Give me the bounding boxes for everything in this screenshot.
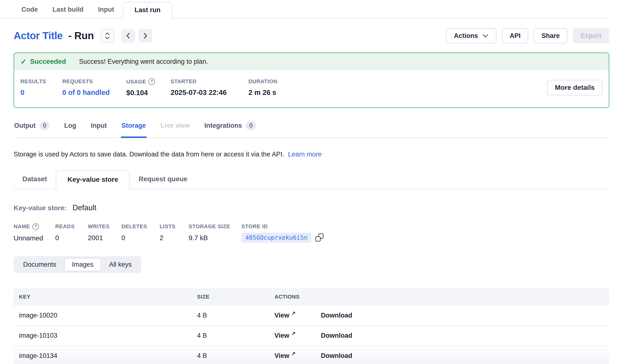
success-banner: ✓ Succeeded Success! Everything went acc… (14, 53, 609, 70)
table-row: image-10134 4 B View ↗ Download (14, 346, 609, 364)
tab-input[interactable]: Input (91, 1, 121, 18)
chevron-down-icon (482, 34, 489, 38)
table-row: image-10020 4 B View ↗ Download (14, 306, 609, 326)
store-stat-name-label: NAME ? (14, 223, 55, 230)
store-stat-lists-label: LISTS (160, 223, 189, 230)
stat-duration: DURATION 2 m 26 s (248, 78, 277, 97)
row-key: image-10103 (14, 332, 197, 339)
store-stat-writes: WRITES 2001 (88, 223, 121, 243)
share-button[interactable]: Share (534, 28, 567, 43)
store-name-label: Key-value store: (14, 204, 67, 212)
tab-storage[interactable]: Storage (121, 114, 146, 138)
tab-code[interactable]: Code (14, 1, 45, 18)
top-tab-bar: Code Last build Input Last run (0, 0, 609, 18)
chevron-right-icon (143, 32, 148, 39)
stat-results-value[interactable]: 0 (20, 89, 62, 97)
run-stats-row: RESULTS 0 REQUESTS 0 of 0 handled USAGE … (14, 70, 609, 108)
store-stat-deletes-label: DELETES (121, 223, 160, 230)
stat-requests-value[interactable]: 0 of 0 handled (62, 89, 126, 97)
title-row: Actor Title - Run (14, 28, 609, 43)
filter-all-keys[interactable]: All keys (101, 258, 140, 271)
download-link[interactable]: Download (321, 352, 352, 360)
column-header-size: SIZE (197, 294, 270, 300)
store-name-value: Default (72, 203, 96, 212)
view-link-label: View (274, 332, 289, 339)
table-row: image-10103 4 B View ↗ Download (14, 326, 609, 346)
store-stat-reads: READS 0 (55, 223, 88, 243)
key-filter-segmented-control: Documents Images All keys (14, 256, 141, 273)
check-icon: ✓ (20, 57, 27, 66)
tab-last-run[interactable]: Last run (123, 2, 172, 18)
view-link[interactable]: View ↗ (274, 352, 296, 360)
view-link[interactable]: View ↗ (274, 312, 296, 319)
up-down-chevrons-icon (104, 32, 110, 40)
status-badge: Succeeded (30, 58, 66, 65)
tab-live-view: Live view (160, 114, 190, 138)
stat-usage-value: $0.104 (126, 89, 170, 97)
learn-more-link[interactable]: Learn more (288, 151, 322, 158)
keys-table: KEY SIZE ACTIONS image-10020 4 B View ↗ … (14, 288, 609, 364)
row-size: 4 B (197, 332, 270, 339)
stat-requests-label: REQUESTS (62, 78, 126, 85)
store-stat-deletes: DELETES 0 (121, 223, 160, 243)
view-link[interactable]: View ↗ (274, 332, 296, 339)
store-stat-store-id: STORE ID 405GQcuprxeku6i5n (241, 223, 324, 243)
output-count-badge: 0 (39, 121, 49, 130)
view-link-label: View (274, 352, 289, 360)
external-link-icon: ↗ (291, 310, 296, 316)
usage-help-icon[interactable]: ? (148, 78, 155, 85)
next-run-button[interactable] (139, 29, 152, 42)
actions-button[interactable]: Actions (446, 28, 496, 43)
tab-dataset[interactable]: Dataset (14, 169, 56, 189)
row-key: image-10134 (14, 352, 197, 360)
storage-type-tab-bar: Dataset Key-value store Request queue (14, 168, 609, 189)
stat-results-label: RESULTS (20, 78, 62, 85)
api-button[interactable]: API (502, 28, 528, 43)
tab-log[interactable]: Log (64, 114, 77, 138)
tab-output[interactable]: Output 0 (14, 114, 50, 138)
run-status-card: ✓ Succeeded Success! Everything went acc… (14, 53, 609, 108)
stat-usage-label-text: USAGE (126, 79, 146, 85)
external-link-icon: ↗ (291, 330, 296, 336)
column-header-actions: ACTIONS (270, 294, 299, 300)
tab-run-input[interactable]: Input (90, 114, 107, 138)
download-link[interactable]: Download (321, 312, 352, 319)
download-link[interactable]: Download (321, 332, 352, 339)
store-name-row: Key-value store: Default (14, 203, 609, 212)
page-title: Actor Title - Run (14, 30, 94, 42)
copy-icon[interactable] (315, 233, 324, 242)
row-size: 4 B (197, 352, 270, 360)
row-key: image-10020 (14, 312, 197, 319)
store-stat-writes-value: 2001 (88, 234, 121, 242)
tab-request-queue[interactable]: Request queue (130, 169, 196, 189)
stat-started: STARTED 2025-07-03 22:46 (170, 78, 248, 97)
store-stat-store-id-label: STORE ID (241, 223, 324, 230)
stat-usage: USAGE ? $0.104 (126, 78, 170, 97)
name-help-icon[interactable]: ? (32, 223, 39, 230)
chevron-left-icon (126, 32, 131, 39)
stat-started-value: 2025-07-03 22:46 (170, 89, 248, 97)
status-message: Success! Everything went according to pl… (79, 58, 208, 65)
row-size: 4 B (197, 312, 270, 319)
filter-images[interactable]: Images (64, 258, 101, 271)
table-header-row: KEY SIZE ACTIONS (14, 288, 609, 306)
run-tab-bar: Output 0 Log Input Storage Live view Int… (14, 114, 609, 138)
filter-documents[interactable]: Documents (15, 258, 64, 271)
store-id-value[interactable]: 405GQcuprxeku6i5n (241, 233, 311, 243)
tab-last-build[interactable]: Last build (45, 1, 91, 18)
actor-title-link[interactable]: Actor Title (14, 30, 63, 41)
tab-key-value-store[interactable]: Key-value store (56, 170, 130, 189)
store-stat-reads-value: 0 (55, 234, 88, 242)
store-stat-name-label-text: NAME (14, 223, 30, 230)
more-details-button[interactable]: More details (547, 80, 603, 95)
stat-duration-value: 2 m 26 s (248, 89, 277, 97)
store-stat-name: NAME ? Unnamed (14, 223, 55, 243)
store-stat-name-value: Unnamed (14, 234, 55, 242)
previous-run-button[interactable] (121, 29, 135, 42)
tab-integrations[interactable]: Integrations 0 (204, 114, 256, 138)
store-stat-storage-size-label: STORAGE SIZE (189, 223, 241, 230)
integrations-count-badge: 0 (246, 121, 256, 130)
store-stat-lists: LISTS 2 (160, 223, 189, 243)
external-link-icon: ↗ (291, 351, 296, 356)
run-selector-button[interactable] (100, 29, 114, 42)
